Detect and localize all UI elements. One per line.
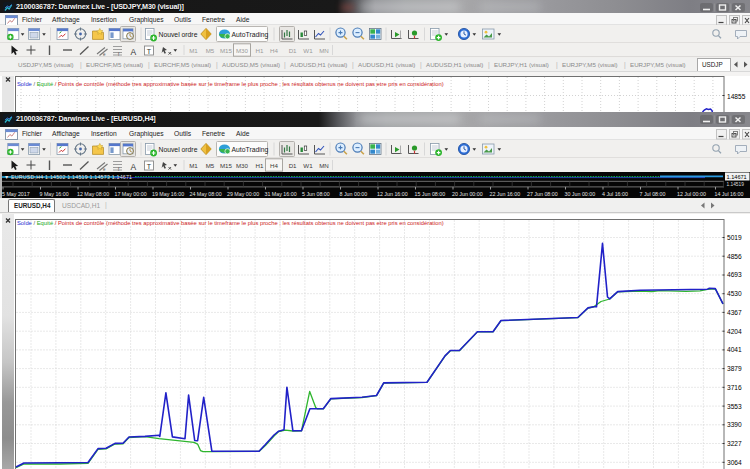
svg-text:H4: H4 [270, 162, 278, 169]
svg-text:M30: M30 [236, 162, 249, 169]
svg-text:9 May 16:00: 9 May 16:00 [40, 191, 69, 197]
svg-text:4204: 4204 [727, 328, 742, 335]
svg-text:M15: M15 [220, 162, 233, 169]
svg-text:M1: M1 [189, 47, 198, 54]
svg-text:3390: 3390 [727, 421, 742, 428]
svg-text:24 May 08:00: 24 May 08:00 [190, 191, 222, 197]
svg-text:A: A [131, 162, 137, 172]
svg-text:AutoTrading: AutoTrading [232, 146, 269, 154]
svg-text:8 Jun 00:00: 8 Jun 00:00 [340, 191, 368, 197]
svg-text:4530: 4530 [727, 290, 742, 297]
svg-text:Nouvel ordre: Nouvel ordre [159, 146, 198, 153]
svg-text:3879: 3879 [727, 365, 742, 372]
svg-text:3553: 3553 [727, 403, 742, 410]
svg-text:M1: M1 [189, 162, 198, 169]
svg-text:T: T [147, 48, 152, 55]
svg-text:3227: 3227 [727, 440, 742, 447]
svg-text:▼ EURUSD,H4 1.14502 1.14519 1.: ▼ EURUSD,H4 1.14502 1.14519 1.14573 1.14… [4, 174, 132, 180]
svg-text:19 May 16:00: 19 May 16:00 [152, 191, 184, 197]
svg-text:Nouvel ordre: Nouvel ordre [159, 31, 198, 38]
svg-text:5 Jun 08:00: 5 Jun 08:00 [302, 191, 330, 197]
svg-text:27 Jun 08:00: 27 Jun 08:00 [527, 191, 558, 197]
svg-text:31 May 16:00: 31 May 16:00 [265, 191, 297, 197]
svg-text:H4: H4 [270, 47, 278, 54]
svg-text:12 Jul 00:00: 12 Jul 00:00 [677, 191, 706, 197]
svg-text:4041: 4041 [727, 346, 742, 353]
svg-text:4856: 4856 [727, 253, 742, 260]
svg-text:20 Jun 00:00: 20 Jun 00:00 [452, 191, 483, 197]
svg-text:M30: M30 [236, 47, 249, 54]
svg-text:7 Jul 08:00: 7 Jul 08:00 [640, 191, 666, 197]
svg-text:14855: 14855 [727, 93, 746, 100]
svg-text:W1: W1 [303, 47, 313, 54]
svg-text:M15: M15 [220, 47, 233, 54]
svg-text:4 Jul 16:00: 4 Jul 16:00 [602, 191, 628, 197]
svg-text:T: T [147, 163, 152, 170]
svg-text:AutoTrading: AutoTrading [232, 31, 269, 39]
svg-text:4693: 4693 [727, 271, 742, 278]
svg-text:3716: 3716 [727, 384, 742, 391]
svg-text:D1: D1 [289, 47, 297, 54]
svg-text:D1: D1 [289, 162, 297, 169]
svg-text:5019: 5019 [727, 234, 742, 241]
svg-text:1.14519: 1.14519 [727, 182, 745, 187]
svg-text:1.14671: 1.14671 [727, 174, 747, 180]
svg-text:e: e [103, 52, 106, 57]
svg-text:e: e [103, 167, 106, 172]
svg-text:MN: MN [319, 47, 329, 54]
svg-text:22 Jun 16:00: 22 Jun 16:00 [490, 191, 521, 197]
svg-text:12 May 08:00: 12 May 08:00 [77, 191, 109, 197]
svg-text:30 Jun 00:00: 30 Jun 00:00 [565, 191, 596, 197]
svg-text:M5: M5 [206, 47, 215, 54]
svg-text:14 Jul 16:00: 14 Jul 16:00 [715, 191, 744, 197]
svg-text:A: A [131, 47, 137, 57]
svg-text:15 Jun 08:00: 15 Jun 08:00 [415, 191, 446, 197]
svg-text:17 May 00:00: 17 May 00:00 [115, 191, 147, 197]
svg-text:M5: M5 [206, 162, 215, 169]
svg-text:W1: W1 [303, 162, 313, 169]
svg-text:H1: H1 [256, 47, 264, 54]
svg-text:5 May 2017: 5 May 2017 [2, 191, 30, 197]
svg-text:29 May 00:00: 29 May 00:00 [227, 191, 259, 197]
svg-text:12 Jun 16:00: 12 Jun 16:00 [377, 191, 408, 197]
svg-text:4367: 4367 [727, 309, 742, 316]
svg-text:H1: H1 [256, 162, 264, 169]
svg-text:3064: 3064 [727, 459, 742, 466]
svg-text:MN: MN [319, 162, 329, 169]
